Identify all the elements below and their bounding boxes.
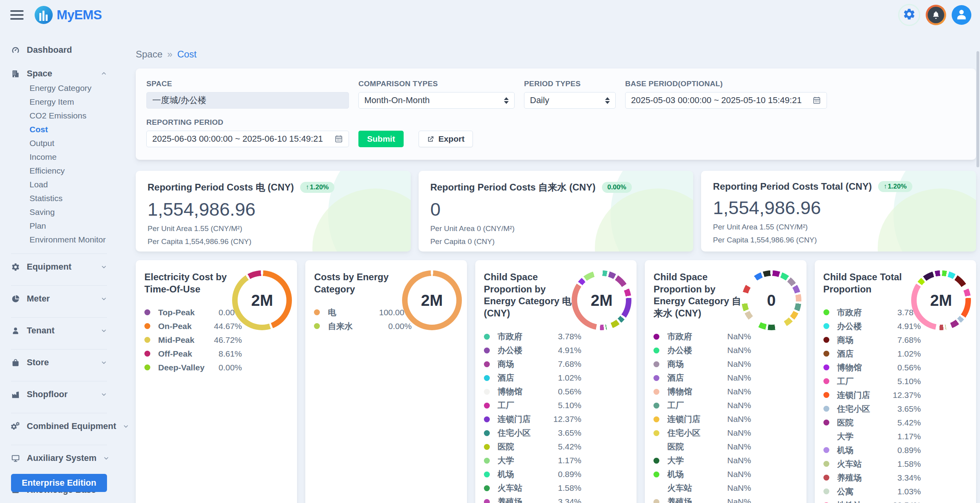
vertical-scrollbar[interactable]: [976, 51, 979, 167]
legend-row[interactable]: 大学 NaN%: [653, 454, 751, 468]
sidebar-subitem[interactable]: Cost: [30, 122, 107, 136]
sidebar-subitem[interactable]: CO2 Emissions: [30, 109, 107, 122]
submit-button[interactable]: Submit: [358, 131, 404, 147]
legend-row[interactable]: 办公楼 4.91%: [484, 344, 581, 357]
legend-row[interactable]: 酒店 1.02%: [484, 371, 581, 385]
hamburger-menu-icon[interactable]: [10, 10, 24, 20]
legend-row[interactable]: 工厂 5.10%: [823, 374, 921, 388]
legend-row[interactable]: 机场 NaN%: [653, 468, 751, 481]
sidebar-group-label: Shopfloor: [27, 389, 68, 399]
legend-dot: [144, 351, 150, 357]
legend-row[interactable]: 市政府 NaN%: [653, 330, 751, 344]
legend-row[interactable]: 商场 7.68%: [484, 357, 581, 371]
period-types-select[interactable]: Daily: [524, 92, 616, 109]
brand-logo[interactable]: MyEMS: [35, 6, 102, 24]
sidebar-group-row[interactable]: Dashboard: [11, 45, 107, 55]
legend-row[interactable]: 住宅小区 3.65%: [823, 402, 921, 416]
sidebar-group-row[interactable]: Equipment: [11, 262, 107, 272]
legend-value: NaN%: [727, 470, 751, 479]
sidebar-group-row[interactable]: Tenant: [11, 325, 107, 336]
legend-row[interactable]: 连锁门店 12.37%: [823, 388, 921, 402]
legend-row[interactable]: 博物馆 0.56%: [823, 361, 921, 374]
legend-dot: [823, 378, 829, 384]
legend-row[interactable]: 电 100.00%: [314, 305, 412, 319]
comparison-types-select[interactable]: Month-On-Month: [358, 92, 515, 109]
legend-dot: [653, 348, 659, 353]
sidebar-group-row[interactable]: Shopfloor: [11, 389, 107, 399]
legend-row[interactable]: 火车站 NaN%: [653, 481, 751, 495]
legend-row[interactable]: 养殖场 3.34%: [484, 495, 581, 503]
space-input[interactable]: [146, 92, 349, 109]
sidebar-group: Equipment: [11, 253, 107, 285]
legend-row[interactable]: 商场 NaN%: [653, 357, 751, 371]
legend-row[interactable]: 医院 5.42%: [823, 416, 921, 429]
legend-row[interactable]: 商场 7.68%: [823, 333, 921, 347]
legend-row[interactable]: 工厂 5.10%: [484, 399, 581, 412]
sidebar-subitem[interactable]: Load: [30, 178, 107, 191]
legend-row[interactable]: 自来水 0.00%: [314, 319, 412, 333]
legend-row[interactable]: 工厂 NaN%: [653, 399, 751, 412]
legend-row[interactable]: 博物馆 NaN%: [653, 385, 751, 399]
sidebar-subitem[interactable]: Income: [30, 150, 107, 164]
sidebar-group-row[interactable]: Combined Equipment: [11, 421, 107, 431]
legend-row[interactable]: 酒店 NaN%: [653, 371, 751, 385]
legend-row[interactable]: 博物馆 0.56%: [484, 385, 581, 399]
sidebar-subitem[interactable]: Statistics: [30, 191, 107, 205]
sidebar-subitem[interactable]: Environment Monitor: [30, 233, 107, 246]
legend-row[interactable]: 办公楼 4.91%: [823, 319, 921, 333]
sidebar-group-row[interactable]: Space: [11, 68, 107, 79]
reporting-period-input[interactable]: [146, 131, 349, 147]
legend-row[interactable]: 医院 NaN%: [653, 440, 751, 454]
legend-row[interactable]: Top-Peak 0.00%: [144, 305, 242, 319]
legend-row[interactable]: 公寓 1.03%: [823, 485, 921, 498]
sidebar-subitem[interactable]: Saving: [30, 205, 107, 219]
sidebar-subitem[interactable]: Efficiency: [30, 164, 107, 178]
enterprise-edition-button[interactable]: Enterprise Edition: [11, 474, 107, 492]
legend-row[interactable]: 火车站 1.58%: [484, 481, 581, 495]
legend-row[interactable]: 火车站 1.58%: [823, 457, 921, 471]
legend-row[interactable]: 酒店 1.02%: [823, 347, 921, 361]
sidebar-subitem[interactable]: Plan: [30, 219, 107, 233]
legend-dot: [484, 403, 490, 409]
legend-dot: [484, 485, 490, 491]
legend-row[interactable]: 机场 0.89%: [484, 468, 581, 481]
legend-value: 0.89%: [897, 446, 921, 455]
sidebar-subitem[interactable]: Energy Item: [30, 95, 107, 109]
sidebar-group-row[interactable]: Auxiliary System: [11, 453, 107, 463]
legend-row[interactable]: Mid-Peak 46.72%: [144, 333, 242, 347]
legend-row[interactable]: 地铁站 32.54%: [823, 498, 921, 503]
legend-row[interactable]: 市政府 3.78%: [823, 305, 921, 319]
legend-row[interactable]: 养殖场 NaN%: [653, 495, 751, 503]
legend-row[interactable]: On-Peak 44.67%: [144, 319, 242, 333]
user-avatar[interactable]: [952, 5, 971, 25]
legend-row[interactable]: 机场 0.89%: [823, 443, 921, 457]
sidebar-group-label: Auxiliary System: [27, 453, 96, 463]
legend-row[interactable]: 大学 1.17%: [484, 454, 581, 468]
legend-row[interactable]: 住宅小区 NaN%: [653, 426, 751, 440]
sidebar-subitem[interactable]: Energy Category: [30, 81, 107, 95]
legend-dot: [653, 389, 659, 395]
settings-button[interactable]: [898, 4, 920, 26]
arrow-up-icon: ↑: [306, 183, 309, 191]
notifications-button[interactable]: [926, 5, 946, 25]
legend-row[interactable]: 大学 1.17%: [823, 429, 921, 443]
sidebar-subitem[interactable]: Output: [30, 136, 107, 150]
legend-row[interactable]: Deep-Valley 0.00%: [144, 361, 242, 374]
breadcrumb-parent[interactable]: Space: [136, 49, 162, 60]
legend-row[interactable]: Off-Peak 8.61%: [144, 347, 242, 361]
legend-row[interactable]: 医院 5.42%: [484, 440, 581, 454]
legend-value: 3.34%: [558, 497, 581, 503]
export-button[interactable]: Export: [419, 131, 473, 147]
sidebar-group-row[interactable]: Store: [11, 357, 107, 368]
legend-row[interactable]: 养殖场 3.34%: [823, 471, 921, 485]
legend-row[interactable]: 连锁门店 12.37%: [484, 412, 581, 426]
legend-row[interactable]: 住宅小区 3.65%: [484, 426, 581, 440]
base-period-input[interactable]: [625, 92, 827, 109]
legend-label: 火车站: [837, 459, 862, 470]
legend-row[interactable]: 市政府 3.78%: [484, 330, 581, 344]
legend-row[interactable]: 办公楼 NaN%: [653, 344, 751, 357]
legend-row[interactable]: 连锁门店 NaN%: [653, 412, 751, 426]
chevron-down-icon: [101, 359, 107, 366]
sidebar-group-row[interactable]: Meter: [11, 294, 107, 304]
myems-logo-icon: [35, 6, 53, 24]
